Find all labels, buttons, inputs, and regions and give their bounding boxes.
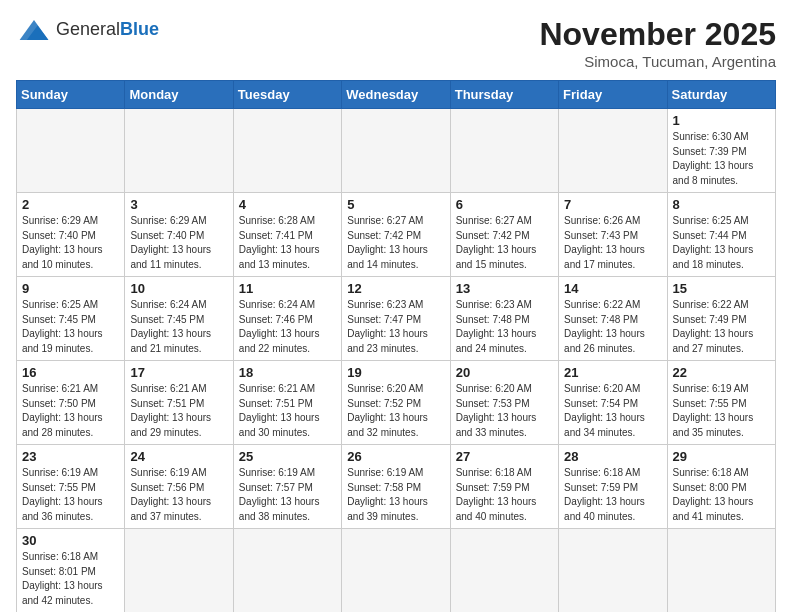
day-number: 26 <box>347 449 444 464</box>
day-number: 22 <box>673 365 770 380</box>
calendar-cell <box>125 109 233 193</box>
day-number: 1 <box>673 113 770 128</box>
calendar-cell: 11Sunrise: 6:24 AM Sunset: 7:46 PM Dayli… <box>233 277 341 361</box>
day-number: 13 <box>456 281 553 296</box>
day-info: Sunrise: 6:22 AM Sunset: 7:48 PM Dayligh… <box>564 298 661 356</box>
day-info: Sunrise: 6:18 AM Sunset: 8:01 PM Dayligh… <box>22 550 119 608</box>
day-number: 4 <box>239 197 336 212</box>
day-info: Sunrise: 6:23 AM Sunset: 7:48 PM Dayligh… <box>456 298 553 356</box>
calendar-cell: 27Sunrise: 6:18 AM Sunset: 7:59 PM Dayli… <box>450 445 558 529</box>
calendar-cell <box>450 109 558 193</box>
calendar-cell: 3Sunrise: 6:29 AM Sunset: 7:40 PM Daylig… <box>125 193 233 277</box>
calendar-cell <box>559 109 667 193</box>
calendar-cell: 2Sunrise: 6:29 AM Sunset: 7:40 PM Daylig… <box>17 193 125 277</box>
day-info: Sunrise: 6:20 AM Sunset: 7:52 PM Dayligh… <box>347 382 444 440</box>
day-info: Sunrise: 6:21 AM Sunset: 7:50 PM Dayligh… <box>22 382 119 440</box>
calendar-cell: 4Sunrise: 6:28 AM Sunset: 7:41 PM Daylig… <box>233 193 341 277</box>
day-number: 18 <box>239 365 336 380</box>
calendar-cell: 18Sunrise: 6:21 AM Sunset: 7:51 PM Dayli… <box>233 361 341 445</box>
calendar-cell: 16Sunrise: 6:21 AM Sunset: 7:50 PM Dayli… <box>17 361 125 445</box>
day-info: Sunrise: 6:28 AM Sunset: 7:41 PM Dayligh… <box>239 214 336 272</box>
calendar-cell <box>125 529 233 613</box>
calendar-week-4: 23Sunrise: 6:19 AM Sunset: 7:55 PM Dayli… <box>17 445 776 529</box>
col-header-saturday: Saturday <box>667 81 775 109</box>
day-number: 10 <box>130 281 227 296</box>
day-info: Sunrise: 6:30 AM Sunset: 7:39 PM Dayligh… <box>673 130 770 188</box>
calendar-cell: 1Sunrise: 6:30 AM Sunset: 7:39 PM Daylig… <box>667 109 775 193</box>
day-info: Sunrise: 6:25 AM Sunset: 7:44 PM Dayligh… <box>673 214 770 272</box>
calendar-cell: 26Sunrise: 6:19 AM Sunset: 7:58 PM Dayli… <box>342 445 450 529</box>
logo-icon <box>16 16 52 44</box>
calendar-cell: 12Sunrise: 6:23 AM Sunset: 7:47 PM Dayli… <box>342 277 450 361</box>
calendar-week-0: 1Sunrise: 6:30 AM Sunset: 7:39 PM Daylig… <box>17 109 776 193</box>
day-number: 5 <box>347 197 444 212</box>
day-number: 21 <box>564 365 661 380</box>
day-info: Sunrise: 6:20 AM Sunset: 7:54 PM Dayligh… <box>564 382 661 440</box>
col-header-wednesday: Wednesday <box>342 81 450 109</box>
calendar-cell: 29Sunrise: 6:18 AM Sunset: 8:00 PM Dayli… <box>667 445 775 529</box>
calendar-cell: 9Sunrise: 6:25 AM Sunset: 7:45 PM Daylig… <box>17 277 125 361</box>
calendar-cell: 14Sunrise: 6:22 AM Sunset: 7:48 PM Dayli… <box>559 277 667 361</box>
day-info: Sunrise: 6:18 AM Sunset: 7:59 PM Dayligh… <box>456 466 553 524</box>
calendar-cell <box>342 109 450 193</box>
calendar-cell: 25Sunrise: 6:19 AM Sunset: 7:57 PM Dayli… <box>233 445 341 529</box>
logo-text: GeneralBlue <box>56 20 159 40</box>
day-number: 6 <box>456 197 553 212</box>
day-info: Sunrise: 6:24 AM Sunset: 7:45 PM Dayligh… <box>130 298 227 356</box>
col-header-tuesday: Tuesday <box>233 81 341 109</box>
calendar-cell <box>667 529 775 613</box>
logo-general: General <box>56 19 120 39</box>
day-info: Sunrise: 6:29 AM Sunset: 7:40 PM Dayligh… <box>130 214 227 272</box>
calendar-header-row: SundayMondayTuesdayWednesdayThursdayFrid… <box>17 81 776 109</box>
col-header-sunday: Sunday <box>17 81 125 109</box>
day-info: Sunrise: 6:19 AM Sunset: 7:57 PM Dayligh… <box>239 466 336 524</box>
day-info: Sunrise: 6:18 AM Sunset: 7:59 PM Dayligh… <box>564 466 661 524</box>
calendar-cell <box>17 109 125 193</box>
day-info: Sunrise: 6:23 AM Sunset: 7:47 PM Dayligh… <box>347 298 444 356</box>
day-info: Sunrise: 6:27 AM Sunset: 7:42 PM Dayligh… <box>347 214 444 272</box>
day-number: 9 <box>22 281 119 296</box>
day-number: 16 <box>22 365 119 380</box>
calendar-cell: 24Sunrise: 6:19 AM Sunset: 7:56 PM Dayli… <box>125 445 233 529</box>
day-number: 8 <box>673 197 770 212</box>
day-info: Sunrise: 6:22 AM Sunset: 7:49 PM Dayligh… <box>673 298 770 356</box>
calendar-cell: 28Sunrise: 6:18 AM Sunset: 7:59 PM Dayli… <box>559 445 667 529</box>
day-number: 19 <box>347 365 444 380</box>
calendar-cell: 20Sunrise: 6:20 AM Sunset: 7:53 PM Dayli… <box>450 361 558 445</box>
calendar-cell: 10Sunrise: 6:24 AM Sunset: 7:45 PM Dayli… <box>125 277 233 361</box>
day-info: Sunrise: 6:19 AM Sunset: 7:55 PM Dayligh… <box>22 466 119 524</box>
day-info: Sunrise: 6:19 AM Sunset: 7:58 PM Dayligh… <box>347 466 444 524</box>
day-info: Sunrise: 6:26 AM Sunset: 7:43 PM Dayligh… <box>564 214 661 272</box>
col-header-monday: Monday <box>125 81 233 109</box>
day-number: 11 <box>239 281 336 296</box>
day-number: 2 <box>22 197 119 212</box>
month-title: November 2025 <box>539 16 776 53</box>
calendar-cell: 7Sunrise: 6:26 AM Sunset: 7:43 PM Daylig… <box>559 193 667 277</box>
calendar-week-5: 30Sunrise: 6:18 AM Sunset: 8:01 PM Dayli… <box>17 529 776 613</box>
day-number: 27 <box>456 449 553 464</box>
day-info: Sunrise: 6:29 AM Sunset: 7:40 PM Dayligh… <box>22 214 119 272</box>
day-number: 15 <box>673 281 770 296</box>
location: Simoca, Tucuman, Argentina <box>539 53 776 70</box>
day-number: 14 <box>564 281 661 296</box>
day-number: 25 <box>239 449 336 464</box>
page-header: GeneralBlue November 2025 Simoca, Tucuma… <box>16 16 776 70</box>
calendar-cell <box>233 529 341 613</box>
calendar-cell <box>450 529 558 613</box>
title-block: November 2025 Simoca, Tucuman, Argentina <box>539 16 776 70</box>
calendar-cell <box>559 529 667 613</box>
day-info: Sunrise: 6:24 AM Sunset: 7:46 PM Dayligh… <box>239 298 336 356</box>
calendar-week-3: 16Sunrise: 6:21 AM Sunset: 7:50 PM Dayli… <box>17 361 776 445</box>
day-number: 12 <box>347 281 444 296</box>
day-info: Sunrise: 6:21 AM Sunset: 7:51 PM Dayligh… <box>239 382 336 440</box>
calendar-table: SundayMondayTuesdayWednesdayThursdayFrid… <box>16 80 776 612</box>
day-number: 17 <box>130 365 227 380</box>
day-info: Sunrise: 6:25 AM Sunset: 7:45 PM Dayligh… <box>22 298 119 356</box>
day-number: 20 <box>456 365 553 380</box>
calendar-cell: 5Sunrise: 6:27 AM Sunset: 7:42 PM Daylig… <box>342 193 450 277</box>
day-info: Sunrise: 6:19 AM Sunset: 7:55 PM Dayligh… <box>673 382 770 440</box>
calendar-cell: 6Sunrise: 6:27 AM Sunset: 7:42 PM Daylig… <box>450 193 558 277</box>
calendar-week-1: 2Sunrise: 6:29 AM Sunset: 7:40 PM Daylig… <box>17 193 776 277</box>
day-number: 28 <box>564 449 661 464</box>
day-info: Sunrise: 6:21 AM Sunset: 7:51 PM Dayligh… <box>130 382 227 440</box>
